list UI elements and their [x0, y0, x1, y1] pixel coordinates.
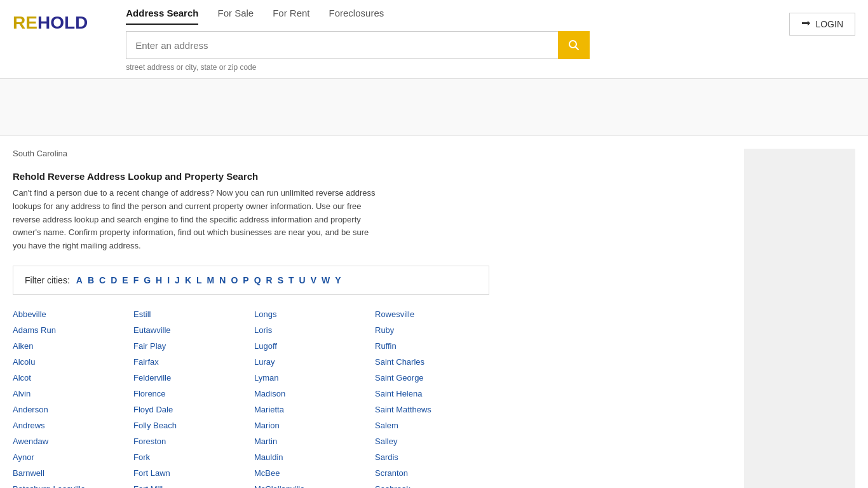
- filter-letter-p[interactable]: P: [243, 275, 248, 285]
- city-link[interactable]: Salem: [375, 419, 489, 432]
- city-link[interactable]: Loris: [254, 323, 369, 337]
- city-link[interactable]: Saint Charles: [375, 355, 489, 369]
- city-link[interactable]: Alcot: [13, 371, 127, 384]
- city-link[interactable]: Adams Run: [13, 323, 127, 337]
- filter-letter-m[interactable]: M: [207, 275, 215, 285]
- city-link[interactable]: Barnwell: [13, 466, 127, 480]
- city-link[interactable]: Fork: [133, 451, 248, 464]
- city-link[interactable]: Anderson: [13, 403, 127, 416]
- city-link[interactable]: Longs: [254, 308, 369, 321]
- city-link[interactable]: Batesburg-Leesville: [13, 482, 127, 488]
- filter-letter-l[interactable]: L: [196, 275, 202, 285]
- cities-grid: AbbevilleEstillLongsRowesvilleAdams RunE…: [13, 308, 489, 488]
- city-link[interactable]: Saint Matthews: [375, 403, 489, 416]
- nav-search-area: Address Search For Sale For Rent Foreclo…: [126, 8, 789, 78]
- filter-box: Filter cities: ABCDEFGHIJKLMNOPQRSTUVWY: [13, 266, 489, 295]
- filter-letter-r[interactable]: R: [266, 275, 273, 285]
- city-link[interactable]: Seabrook: [375, 482, 489, 488]
- filter-letter-y[interactable]: Y: [335, 275, 341, 285]
- filter-letter-g[interactable]: G: [144, 275, 151, 285]
- city-link[interactable]: Lyman: [254, 371, 369, 384]
- city-link[interactable]: Ruffin: [375, 339, 489, 353]
- city-link[interactable]: Lugoff: [254, 339, 369, 353]
- search-hint: street address or city, state or zip cod…: [126, 63, 789, 72]
- content-left: South Carolina Rehold Reverse Address Lo…: [13, 149, 731, 488]
- filter-letter-b[interactable]: B: [88, 275, 94, 285]
- city-link[interactable]: Madison: [254, 387, 369, 400]
- filter-letter-t[interactable]: T: [288, 275, 294, 285]
- city-link[interactable]: Awendaw: [13, 435, 127, 448]
- search-bar-row: [126, 31, 789, 59]
- nav-tabs: Address Search For Sale For Rent Foreclo…: [126, 8, 789, 25]
- city-link[interactable]: Salley: [375, 435, 489, 448]
- filter-letter-c[interactable]: C: [99, 275, 105, 285]
- filter-letter-a[interactable]: A: [76, 275, 83, 285]
- login-button[interactable]: ⮕ LOGIN: [789, 13, 855, 36]
- city-link[interactable]: Marion: [254, 419, 369, 432]
- filter-letter-v[interactable]: V: [311, 275, 316, 285]
- section-desc: Can't find a person due to a recent chan…: [13, 187, 381, 253]
- logo: REHOLD: [13, 8, 88, 33]
- city-link[interactable]: Floyd Dale: [133, 403, 248, 416]
- city-link[interactable]: Scranton: [375, 466, 489, 480]
- filter-letters: ABCDEFGHIJKLMNOPQRSTUVWY: [76, 275, 341, 285]
- city-link[interactable]: Saint Helena: [375, 387, 489, 400]
- filter-letter-i[interactable]: I: [167, 275, 170, 285]
- city-link[interactable]: Ruby: [375, 323, 489, 337]
- city-link[interactable]: McBee: [254, 466, 369, 480]
- search-input[interactable]: [126, 31, 558, 59]
- city-link[interactable]: Folly Beach: [133, 419, 248, 432]
- filter-letter-j[interactable]: J: [175, 275, 180, 285]
- filter-letter-q[interactable]: Q: [254, 275, 261, 285]
- svg-line-1: [576, 47, 579, 50]
- login-icon: ⮕: [801, 18, 811, 30]
- city-link[interactable]: Saint George: [375, 371, 489, 384]
- filter-letter-e[interactable]: E: [122, 275, 128, 285]
- logo-re: RE: [13, 13, 37, 32]
- city-link[interactable]: Rowesville: [375, 308, 489, 321]
- filter-label: Filter cities:: [25, 275, 70, 285]
- filter-letter-k[interactable]: K: [185, 275, 191, 285]
- city-link[interactable]: Eutawville: [133, 323, 248, 337]
- logo-hold: HOLD: [37, 13, 88, 32]
- city-link[interactable]: Florence: [133, 387, 248, 400]
- city-link[interactable]: Abbeville: [13, 308, 127, 321]
- filter-letter-s[interactable]: S: [278, 275, 283, 285]
- login-label: LOGIN: [815, 19, 843, 29]
- filter-letter-n[interactable]: N: [219, 275, 226, 285]
- city-link[interactable]: Fairfax: [133, 355, 248, 369]
- city-link[interactable]: Estill: [133, 308, 248, 321]
- filter-letter-d[interactable]: D: [111, 275, 117, 285]
- city-link[interactable]: Fort Lawn: [133, 466, 248, 480]
- filter-letter-h[interactable]: H: [156, 275, 162, 285]
- city-link[interactable]: Martin: [254, 435, 369, 448]
- city-link[interactable]: Marietta: [254, 403, 369, 416]
- city-link[interactable]: Alvin: [13, 387, 127, 400]
- city-link[interactable]: Sardis: [375, 451, 489, 464]
- header: REHOLD Address Search For Sale For Rent …: [0, 0, 868, 79]
- city-link[interactable]: Andrews: [13, 419, 127, 432]
- ad-banner: [0, 79, 868, 136]
- city-link[interactable]: Aynor: [13, 451, 127, 464]
- city-link[interactable]: Aiken: [13, 339, 127, 353]
- tab-for-rent[interactable]: For Rent: [273, 8, 309, 25]
- search-button[interactable]: [558, 31, 590, 59]
- filter-letter-f[interactable]: F: [133, 275, 139, 285]
- section-title: Rehold Reverse Address Lookup and Proper…: [13, 171, 731, 182]
- filter-letter-u[interactable]: U: [299, 275, 306, 285]
- city-link[interactable]: Luray: [254, 355, 369, 369]
- city-link[interactable]: Foreston: [133, 435, 248, 448]
- filter-letter-o[interactable]: O: [231, 275, 238, 285]
- city-link[interactable]: Fair Play: [133, 339, 248, 353]
- city-link[interactable]: Alcolu: [13, 355, 127, 369]
- city-link[interactable]: Fort Mill: [133, 482, 248, 488]
- sidebar-ad: [744, 149, 855, 488]
- main-content: South Carolina Rehold Reverse Address Lo…: [0, 136, 868, 488]
- city-link[interactable]: McClellanville: [254, 482, 369, 488]
- tab-foreclosures[interactable]: Foreclosures: [329, 8, 384, 25]
- tab-for-sale[interactable]: For Sale: [217, 8, 254, 25]
- city-link[interactable]: Mauldin: [254, 451, 369, 464]
- city-link[interactable]: Felderville: [133, 371, 248, 384]
- tab-address-search[interactable]: Address Search: [126, 8, 198, 25]
- filter-letter-w[interactable]: W: [322, 275, 330, 285]
